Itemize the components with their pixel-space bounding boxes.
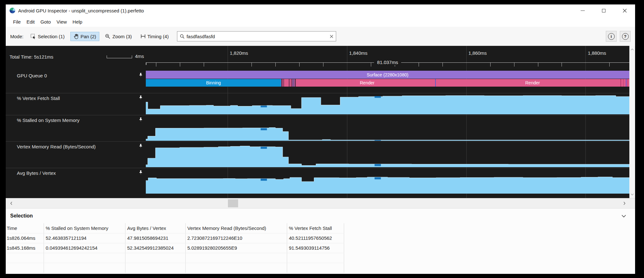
pin-icon[interactable] <box>138 170 143 175</box>
maximize-button[interactable] <box>593 4 614 17</box>
table-cell-empty <box>287 253 344 263</box>
mode-button-label: Pan (2) <box>81 34 96 39</box>
table-cell: 91.5493039114756 <box>287 243 344 253</box>
ruler-minor-tick <box>299 63 300 67</box>
ruler-minor-tick <box>442 63 443 67</box>
ruler-minor-tick <box>419 63 419 67</box>
table-row[interactable]: 1s845.168ms0.04939461269424215452.342549… <box>6 243 344 253</box>
menu-view[interactable]: View <box>54 19 70 25</box>
info-button[interactable]: i <box>606 31 617 42</box>
selected-sample-mark[interactable] <box>375 164 381 166</box>
search-box[interactable] <box>177 31 336 41</box>
table-cell: 1s845.168ms <box>6 243 44 253</box>
ruler-chart[interactable]: 81.037ms 1,820ms1,840ms1,860ms1,880ms <box>146 46 629 71</box>
pan-icon <box>74 34 79 39</box>
column-header[interactable]: Time <box>6 223 44 233</box>
selected-sample-mark[interactable] <box>375 177 381 179</box>
column-header[interactable]: % Stalled on System Memory <box>44 223 125 233</box>
viewport-span-label: 81.037ms <box>374 60 401 65</box>
help-button[interactable]: ? <box>620 31 631 42</box>
ruler-minor-tick <box>538 63 538 67</box>
info-icon: i <box>608 33 615 40</box>
avg-bytes-vertex-chart[interactable] <box>146 168 629 194</box>
help-icon: ? <box>622 33 629 40</box>
render-slice[interactable]: Render <box>299 79 435 87</box>
table-empty-row <box>6 263 344 273</box>
stalled-on-system-memory-chart[interactable] <box>146 115 629 141</box>
scroll-right-icon[interactable] <box>623 202 626 205</box>
scroll-up-icon[interactable] <box>631 48 634 51</box>
collapse-chevron-icon[interactable] <box>621 215 626 217</box>
vertex-memory-read-bytes-second-chart[interactable] <box>146 142 629 168</box>
close-button[interactable] <box>614 4 635 17</box>
search-input[interactable] <box>187 34 330 39</box>
surface-slice-label: Surface (2280x1080) <box>367 72 408 77</box>
table-cell: 47.9815058694231 <box>125 233 185 243</box>
track-stalled-on-system-memory[interactable]: % Stalled on System Memory <box>6 115 146 141</box>
slice-label: Render <box>360 80 375 85</box>
menu-goto[interactable]: Goto <box>38 19 54 25</box>
scale-bracket <box>107 55 132 58</box>
selected-sample-mark[interactable] <box>261 179 267 181</box>
render-slice[interactable]: Render <box>436 79 629 87</box>
scrollbar-thumb[interactable] <box>228 199 238 207</box>
scroll-left-icon[interactable] <box>10 202 12 205</box>
mode-button-zoom[interactable]: Zoom (3) <box>102 32 135 41</box>
toolbar: Mode: Selection (1)Pan (2)Zoom (3)Timing… <box>6 27 635 46</box>
selected-sample-mark[interactable] <box>261 147 267 149</box>
selected-sample-mark[interactable] <box>261 106 267 107</box>
column-header[interactable]: Avg Bytes / Vertex <box>125 223 185 233</box>
menu-file[interactable]: File <box>10 19 24 25</box>
slice-label: Binning <box>206 80 221 85</box>
vertical-scrollbar[interactable] <box>629 46 635 198</box>
gpu-queue-track[interactable]: Surface (2280x1080)BinningRenderRender <box>146 71 629 93</box>
column-header[interactable]: Vertex Memory Read (Bytes/Second) <box>185 223 287 233</box>
counter-area-svg <box>146 143 629 167</box>
menu-help[interactable]: Help <box>70 19 85 25</box>
timeline-ruler[interactable]: Total Time: 5s121ms 4ms 81.037ms 1,820ms… <box>6 46 629 71</box>
table-cell-empty <box>6 253 44 263</box>
selected-sample-mark[interactable] <box>375 140 381 141</box>
slice-stripe <box>620 79 621 87</box>
mode-button-label: Selection (1) <box>38 34 65 39</box>
clear-icon[interactable] <box>330 35 333 38</box>
selection-header[interactable]: Selection <box>6 209 635 223</box>
scroll-down-icon[interactable] <box>631 193 634 196</box>
pin-icon[interactable] <box>138 95 143 101</box>
title-bar[interactable]: Android GPU Inspector - unsplit_uncompre… <box>6 4 635 17</box>
minimize-button[interactable] <box>572 4 593 17</box>
table-cell-empty <box>287 263 344 273</box>
table-cell: 0.049394612694242154 <box>44 243 125 253</box>
slice-stripe <box>626 79 626 87</box>
vertex-fetch-stall-chart[interactable] <box>146 93 629 115</box>
slice-stripe <box>284 79 284 87</box>
binning-slice[interactable]: Binning <box>146 79 281 87</box>
track-avg-bytes-vertex[interactable]: Avg Bytes / Vertex <box>6 168 146 194</box>
table-row[interactable]: 1s826.064ms52.463835712119447.9815058694… <box>6 233 344 243</box>
ruler-minor-tick <box>251 63 252 67</box>
selected-sample-mark[interactable] <box>261 128 267 130</box>
pin-icon[interactable] <box>138 73 143 78</box>
track-gpu-queue-0[interactable]: GPU Queue 0 <box>6 71 146 93</box>
slice-stripe <box>293 79 293 87</box>
pin-icon[interactable] <box>138 144 143 149</box>
table-cell: 40.52111957650562 <box>287 233 344 243</box>
table-cell: 2.7230872169712246E10 <box>185 233 287 243</box>
slice-stripe <box>293 79 294 87</box>
track-label: % Vertex Fetch Stall <box>17 96 60 101</box>
menu-edit[interactable]: Edit <box>24 19 38 25</box>
column-header[interactable]: % Vertex Fetch Stall <box>287 223 344 233</box>
mode-button-pan[interactable]: Pan (2) <box>70 32 99 41</box>
pin-icon[interactable] <box>138 117 143 123</box>
table-cell: 1s826.064ms <box>6 233 44 243</box>
selected-sample-mark[interactable] <box>375 96 381 98</box>
mode-button-timing[interactable]: Timing (4) <box>138 32 172 41</box>
horizontal-scrollbar[interactable] <box>6 198 635 208</box>
ruler-time-label: 1,840ms <box>349 50 368 56</box>
track-vertex-fetch-stall[interactable]: % Vertex Fetch Stall <box>6 93 146 115</box>
mode-button-label: Zoom (3) <box>112 34 132 39</box>
track-vertex-memory-read-bytes-second[interactable]: Vertex Memory Read (Bytes/Second) <box>6 142 146 168</box>
surface-slice[interactable]: Surface (2280x1080) <box>146 71 629 79</box>
mode-button-selection[interactable]: Selection (1) <box>27 32 68 41</box>
ruler-time-label: 1,820ms <box>230 50 248 56</box>
